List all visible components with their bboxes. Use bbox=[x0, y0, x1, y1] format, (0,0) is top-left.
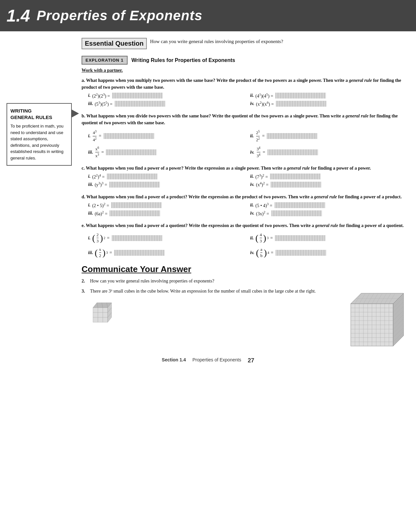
question-2: 2. How can you write general rules invol… bbox=[82, 278, 338, 284]
expr-a-ii: (41)(45) = bbox=[255, 93, 273, 99]
problem-a-label: a. What happens when you multiply two po… bbox=[82, 77, 409, 91]
answer-d-iii: iii. (6a)2 = bbox=[88, 210, 248, 217]
frac-b-i: 43 42 bbox=[93, 129, 96, 143]
problem-e-label: e. What happens when you find a power of… bbox=[82, 222, 409, 229]
problem-c-letter: c. bbox=[82, 166, 85, 171]
main-content: Essential Question How can you write gen… bbox=[72, 38, 409, 351]
fill-d-iv bbox=[271, 210, 322, 216]
fill-b-ii bbox=[267, 133, 317, 139]
roman-b-iv: iv. bbox=[250, 150, 254, 155]
footer-page-number: 27 bbox=[248, 357, 254, 364]
q2-number: 2. bbox=[82, 278, 87, 284]
fill-a-iii bbox=[115, 101, 165, 107]
lparen-e-i: ( bbox=[92, 234, 95, 243]
work-with-partner: Work with a partner. bbox=[82, 68, 409, 73]
fill-c-i bbox=[107, 174, 158, 179]
expr-d-iii: (6a)2 = bbox=[95, 210, 107, 217]
exploration-header: EXPLORATION 1 Writing Rules for Properti… bbox=[82, 56, 409, 65]
roman-c-i: i. bbox=[88, 174, 90, 179]
roman-d-ii: ii. bbox=[250, 203, 254, 208]
expr-c-ii: (73)2 = bbox=[255, 174, 268, 180]
answer-d-ii: ii. (5 • 4)3 = bbox=[250, 202, 410, 208]
essential-question-row: Essential Question How can you write gen… bbox=[82, 38, 409, 49]
answer-e-iii: iii. ( x 2 ) 3 = bbox=[88, 247, 248, 258]
q3-text: There are 3³ small cubes in the cube bel… bbox=[90, 288, 316, 295]
answer-a-iv: iv. (x2)(x6) = bbox=[250, 101, 410, 107]
rparen-e-i: ) bbox=[100, 234, 103, 243]
roman-e-ii: ii. bbox=[250, 236, 254, 241]
question-3: 3. There are 3³ small cubes in the cube … bbox=[82, 288, 338, 295]
q3-number: 3. bbox=[82, 288, 87, 295]
problem-c-text: What happens when you find a power of a … bbox=[86, 166, 371, 171]
answer-a-iii: iii. (53)(55) = bbox=[88, 101, 248, 107]
answer-e-iv: iv. ( a b ) 4 = bbox=[250, 247, 410, 258]
answer-c-iv: iv. (x4)2 = bbox=[250, 181, 410, 188]
fill-c-ii bbox=[270, 174, 321, 179]
problem-e: e. What happens when you find a power of… bbox=[82, 222, 409, 258]
essential-question-badge: Essential Question bbox=[82, 38, 147, 49]
expr-d-ii: (5 • 4)3 = bbox=[255, 202, 272, 208]
roman-b-iii: iii. bbox=[88, 150, 93, 155]
problem-c: c. What happens when you find a power of… bbox=[82, 165, 409, 188]
frac-e-iii: x 2 bbox=[99, 247, 101, 258]
fill-b-iii bbox=[106, 149, 157, 155]
problem-b: b. What happens when you divide two powe… bbox=[82, 113, 409, 159]
problem-d-letter: d. bbox=[82, 194, 85, 199]
fill-e-i bbox=[112, 235, 162, 241]
lparen-e-ii: ( bbox=[255, 234, 258, 243]
sidebar: WRITING GENERAL RULES To be proficient i… bbox=[7, 103, 72, 351]
sidebar-text: To be proficient in math, you need to un… bbox=[10, 123, 68, 161]
problem-d-answers-2: iii. (6a)2 = iv. (3x)2 = bbox=[88, 210, 409, 217]
expr-c-iii: (y3)3 = bbox=[95, 181, 107, 188]
problem-d: d. What happens when you find a power of… bbox=[82, 193, 409, 216]
roman-a-i: i. bbox=[88, 93, 90, 98]
fill-b-iv bbox=[268, 149, 318, 155]
roman-e-iii: iii. bbox=[88, 250, 93, 255]
problem-a-letter: a. bbox=[82, 78, 85, 83]
fill-e-iii bbox=[114, 250, 165, 256]
problem-b-letter: b. bbox=[82, 114, 85, 118]
fill-c-iii bbox=[109, 182, 160, 188]
answer-b-iv: iv. 34 34 = bbox=[250, 146, 410, 159]
roman-c-iii: iii. bbox=[88, 182, 93, 187]
expr-c-i: (22)4 = bbox=[92, 174, 104, 180]
fill-b-i bbox=[104, 133, 154, 139]
roman-d-iv: iv. bbox=[250, 211, 254, 216]
small-cube-container bbox=[88, 298, 338, 325]
fill-a-ii bbox=[275, 93, 326, 99]
sidebar-box: WRITING GENERAL RULES To be proficient i… bbox=[7, 103, 72, 166]
fill-e-iv bbox=[276, 250, 326, 256]
footer-section-name: Properties of Exponents bbox=[193, 357, 241, 364]
q2-text: How can you write general rules involvin… bbox=[90, 278, 214, 284]
problem-d-answers-1: i. (2 • 5)2 = ii. (5 • 4)3 = bbox=[88, 202, 409, 208]
fill-e-ii bbox=[275, 235, 326, 241]
problem-e-answers-1: i. ( 2 3 ) 2 = ii. bbox=[88, 232, 409, 244]
svg-rect-0 bbox=[93, 308, 108, 322]
frac-b-ii: 25 22 bbox=[256, 129, 260, 143]
answer-b-ii: ii. 25 22 = bbox=[250, 129, 410, 143]
roman-b-ii: ii. bbox=[250, 133, 254, 139]
problem-d-text: What happens when you find a power of a … bbox=[86, 194, 402, 199]
footer-section-label: Section 1.4 bbox=[162, 357, 186, 364]
exploration-badge: EXPLORATION 1 bbox=[82, 56, 128, 65]
problem-b-text: What happens when you divide two powers … bbox=[82, 114, 398, 125]
fill-c-iv bbox=[271, 182, 321, 188]
answer-b-i: i. 43 42 = bbox=[88, 129, 248, 143]
expr-d-i: (2 • 5)2 = bbox=[92, 202, 109, 208]
section-title: Properties of Exponents bbox=[37, 8, 202, 23]
frac-e-i: 2 3 bbox=[97, 232, 99, 244]
fill-a-iv bbox=[276, 101, 327, 107]
lparen-e-iv: ( bbox=[256, 248, 259, 257]
bottom-section: 2. How can you write general rules invol… bbox=[82, 278, 409, 351]
fill-a-i bbox=[112, 93, 163, 99]
problem-e-answers-2: iii. ( x 2 ) 3 = iv. bbox=[88, 247, 409, 258]
essential-question-text: How can you write general rules involvin… bbox=[150, 38, 283, 45]
small-cube-svg bbox=[88, 298, 114, 324]
frac-b-iv: 34 34 bbox=[257, 146, 260, 159]
expr-c-iv: (x4)2 = bbox=[256, 181, 269, 188]
frac-b-iii: x6 x3 bbox=[95, 146, 99, 159]
answer-a-ii: ii. (41)(45) = bbox=[250, 93, 410, 99]
frac-e-ii: 4 3 bbox=[260, 232, 262, 244]
rparen-e-ii: ) bbox=[263, 234, 266, 243]
sidebar-title-line2: GENERAL RULES bbox=[10, 114, 68, 121]
